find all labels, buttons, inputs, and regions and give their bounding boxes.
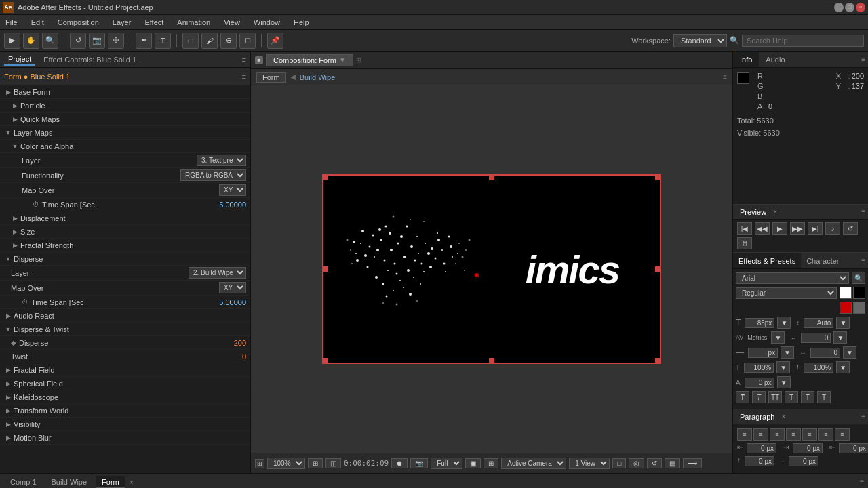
preview-menu[interactable]: ≡ — [861, 208, 865, 216]
tab-info[interactable]: Info — [733, 52, 759, 67]
menu-edit[interactable]: Edit — [28, 17, 47, 28]
prop-twist-value[interactable]: Twist 0 — [0, 350, 250, 363]
style-underline-btn[interactable]: T — [785, 391, 798, 403]
timeline-menu[interactable]: ≡ — [860, 478, 864, 485]
comp-tab-expand[interactable]: ⊞ — [356, 56, 361, 64]
toggle-transform-world[interactable]: ▶ — [4, 407, 12, 415]
preview-first-btn[interactable]: |◀ — [737, 222, 752, 235]
handle-tr[interactable] — [655, 175, 660, 180]
prop-fractal-field[interactable]: ▶ Fractal Field — [0, 363, 250, 377]
tool-rotation[interactable]: ↺ — [70, 33, 86, 49]
h-scale-input[interactable] — [744, 363, 774, 373]
viewer-toggle-btn[interactable]: ▣ — [465, 458, 481, 468]
functionality-dropdown[interactable]: RGBA to RGBA — [180, 169, 246, 181]
space-after-input[interactable] — [789, 456, 818, 466]
workspace-select[interactable]: Standard — [673, 34, 727, 47]
style-subscript-btn[interactable]: T — [817, 391, 831, 403]
prop-map-over-2[interactable]: Map Over XY — [0, 281, 250, 296]
toggle-displacement[interactable]: ▶ — [11, 214, 19, 222]
font-select[interactable]: Arial — [736, 272, 849, 284]
para-align-justify-last-c[interactable]: ≡ — [818, 428, 833, 441]
tool-text[interactable]: T — [155, 33, 171, 49]
tab-effects-presets[interactable]: Effects & Presets — [733, 253, 801, 268]
toggle-audio-react[interactable]: ▶ — [4, 312, 12, 320]
paragraph-menu[interactable]: ≡ — [861, 413, 865, 420]
menu-window[interactable]: Window — [251, 17, 283, 28]
font-size-input[interactable] — [745, 318, 774, 328]
panel-menu-btn[interactable]: ≡ — [242, 56, 246, 64]
para-align-justify-last-l[interactable]: ≡ — [802, 428, 817, 441]
toggle-base-form[interactable]: ▶ — [4, 88, 12, 96]
prop-disperse-value[interactable]: ◆ Disperse 200 — [0, 336, 250, 350]
color-fill[interactable] — [840, 287, 852, 299]
handle-tl[interactable] — [323, 175, 328, 180]
viewer-grid2-btn[interactable]: ⊞ — [484, 458, 498, 468]
para-align-justify-all[interactable]: ≡ — [835, 428, 850, 441]
prop-kaleidoscope[interactable]: ▶ Kaleidoscope — [0, 390, 250, 404]
comp-nav-menu[interactable]: ≡ — [723, 73, 727, 81]
prop-size[interactable]: ▶ Size — [0, 225, 250, 239]
viewer-reset-btn[interactable]: ↺ — [647, 458, 662, 468]
tool-brush[interactable]: 🖌 — [201, 33, 218, 49]
handle-mr[interactable] — [655, 266, 660, 272]
toggle-disperse-section[interactable]: ▼ — [4, 255, 12, 263]
line-height-input[interactable] — [804, 318, 833, 328]
tab-character[interactable]: Character — [801, 253, 844, 268]
font-search-btn[interactable]: 🔍 — [852, 272, 865, 284]
baseline-input[interactable] — [745, 378, 774, 388]
scale-input-2[interactable] — [810, 348, 840, 358]
preview-settings-btn[interactable]: ⚙ — [737, 237, 752, 249]
tool-eraser[interactable]: ◻ — [239, 33, 256, 49]
tool-stamp[interactable]: ⊕ — [220, 33, 237, 49]
toggle-motion-blur[interactable]: ▶ — [4, 434, 12, 442]
prop-visibility[interactable]: ▶ Visibility — [0, 418, 250, 431]
prop-quick-maps[interactable]: ▶ Quick Maps — [0, 113, 250, 126]
menu-file[interactable]: File — [3, 17, 20, 28]
toggle-disperse-twist[interactable]: ▼ — [4, 325, 12, 333]
handle-bl[interactable] — [323, 358, 328, 363]
preview-loop-btn[interactable]: ↺ — [843, 222, 858, 235]
prop-transform-world[interactable]: ▶ Transform World — [0, 404, 250, 418]
prop-layer-2[interactable]: Layer 2. Build Wipe — [0, 266, 250, 281]
toggle-fractal-field[interactable]: ▶ — [4, 366, 12, 374]
paragraph-close[interactable]: × — [781, 413, 785, 420]
v-scale-menu[interactable]: ▼ — [836, 361, 850, 373]
color-fill-2[interactable] — [840, 302, 852, 314]
prop-time-span-1[interactable]: ⏱ Time Span [Sec 5.00000 — [0, 198, 250, 211]
view-dropdown[interactable]: 1 View — [569, 458, 610, 469]
toggle-spherical-field[interactable]: ▶ — [4, 380, 12, 388]
toggle-size[interactable]: ▶ — [11, 228, 19, 236]
effects-menu[interactable]: ≡ — [859, 257, 868, 264]
tool-zoom[interactable]: 🔍 — [42, 33, 58, 49]
v-scale-input[interactable] — [804, 363, 833, 373]
indent-right-input[interactable] — [793, 443, 823, 453]
close-button[interactable]: × — [856, 3, 865, 12]
style-select[interactable]: Regular — [736, 287, 837, 299]
prop-disperse-twist[interactable]: ▼ Disperse & Twist — [0, 323, 250, 336]
prop-functionality[interactable]: Functionality RGBA to RGBA — [0, 168, 250, 183]
tool-pen[interactable]: ✒ — [136, 33, 152, 49]
toggle-fractal-strength[interactable]: ▶ — [11, 241, 19, 249]
handle-bm[interactable] — [489, 358, 494, 363]
prop-layer-maps[interactable]: ▼ Layer Maps — [0, 126, 250, 140]
menu-help[interactable]: Help — [291, 17, 312, 28]
preview-prev-btn[interactable]: ◀◀ — [755, 222, 770, 235]
prop-displacement[interactable]: ▶ Displacement — [0, 211, 250, 225]
comp-tab-form-close[interactable]: ▼ — [339, 56, 346, 64]
tool-shape[interactable]: □ — [182, 33, 199, 49]
h-scale-menu[interactable]: ▼ — [776, 361, 790, 373]
prop-base-form[interactable]: ▶ Base Form — [0, 85, 250, 99]
tracking-input[interactable] — [801, 333, 831, 343]
tab-project[interactable]: Project — [4, 54, 35, 66]
prop-particle[interactable]: ▶ Particle — [0, 99, 250, 113]
timeline-tab-close[interactable]: × — [130, 478, 134, 486]
search-help-input[interactable] — [742, 35, 864, 47]
indent-first-input[interactable] — [839, 443, 868, 453]
para-align-right[interactable]: ≡ — [770, 428, 785, 441]
viewer-render-btn[interactable]: ◎ — [629, 458, 644, 468]
indent-left-input[interactable] — [747, 443, 776, 453]
prop-spherical-field[interactable]: ▶ Spherical Field — [0, 377, 250, 390]
style-bold-btn[interactable]: T — [736, 391, 749, 403]
metrics-menu[interactable]: ▼ — [771, 331, 785, 344]
tool-pan[interactable]: ☩ — [108, 33, 124, 49]
